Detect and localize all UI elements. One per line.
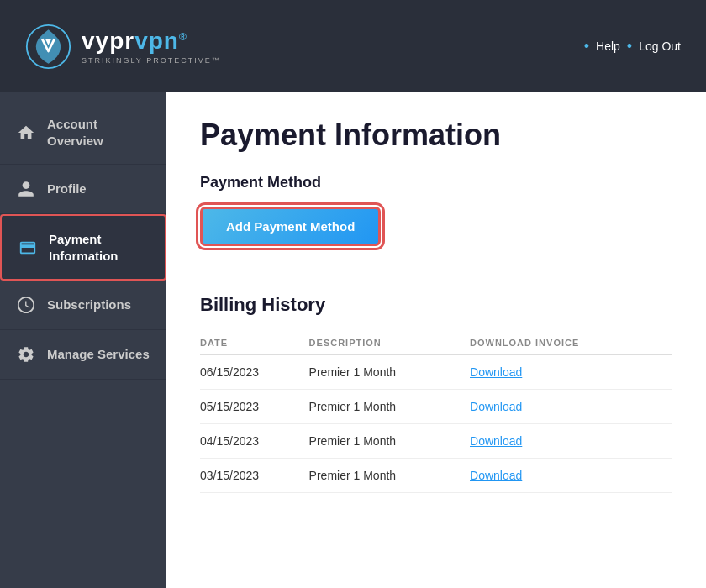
col-header-description: DESCRIPTION bbox=[309, 331, 470, 355]
logo-text: vyprvpn® bbox=[82, 28, 221, 55]
download-link[interactable]: Download bbox=[470, 365, 522, 379]
main-layout: Account Overview Profile Payment Informa… bbox=[0, 92, 706, 588]
billing-history-title: Billing History bbox=[200, 294, 672, 316]
logo-vpn: vpn bbox=[134, 28, 179, 54]
sidebar-label-payment-information: Payment Information bbox=[49, 231, 148, 264]
billing-date: 05/15/2023 bbox=[200, 390, 309, 424]
sidebar: Account Overview Profile Payment Informa… bbox=[0, 92, 166, 588]
billing-description: Premier 1 Month bbox=[309, 390, 470, 424]
page-title: Payment Information bbox=[200, 118, 672, 153]
logo-text-area: vyprvpn® STRIKINGLY PROTECTIVE™ bbox=[82, 28, 221, 65]
sidebar-item-account-overview[interactable]: Account Overview bbox=[0, 101, 166, 165]
billing-table-header: DATE DESCRIPTION DOWNLOAD INVOICE bbox=[200, 331, 672, 355]
col-header-date: DATE bbox=[200, 331, 309, 355]
billing-date: 03/15/2023 bbox=[200, 459, 309, 493]
billing-date: 06/15/2023 bbox=[200, 355, 309, 390]
header-nav: • Help • Log Out bbox=[584, 38, 681, 55]
nav-dot-1: • bbox=[584, 38, 589, 55]
download-link[interactable]: Download bbox=[470, 434, 522, 448]
profile-icon bbox=[17, 180, 35, 198]
sidebar-label-subscriptions: Subscriptions bbox=[47, 297, 131, 313]
divider bbox=[200, 270, 672, 270]
billing-table-row: 06/15/2023Premier 1 MonthDownload bbox=[200, 355, 672, 390]
sidebar-label-profile: Profile bbox=[47, 181, 87, 197]
sidebar-label-manage-services: Manage Services bbox=[47, 346, 150, 363]
billing-table-row: 05/15/2023Premier 1 MonthDownload bbox=[200, 390, 672, 424]
help-link[interactable]: Help bbox=[596, 39, 620, 53]
logo-area: vyprvpn® STRIKINGLY PROTECTIVE™ bbox=[25, 24, 221, 70]
billing-download-cell: Download bbox=[470, 355, 672, 390]
billing-description: Premier 1 Month bbox=[309, 459, 470, 493]
billing-download-cell: Download bbox=[470, 390, 672, 424]
billing-table: DATE DESCRIPTION DOWNLOAD INVOICE 06/15/… bbox=[200, 331, 672, 493]
manage-services-icon bbox=[17, 345, 35, 364]
payment-method-title: Payment Method bbox=[200, 174, 672, 192]
billing-date: 04/15/2023 bbox=[200, 424, 309, 459]
sidebar-item-manage-services[interactable]: Manage Services bbox=[0, 330, 166, 380]
col-header-download: DOWNLOAD INVOICE bbox=[470, 331, 672, 355]
download-link[interactable]: Download bbox=[470, 469, 522, 482]
nav-dot-2: • bbox=[627, 38, 632, 55]
logo-registered: ® bbox=[179, 31, 187, 43]
billing-description: Premier 1 Month bbox=[309, 355, 470, 390]
header: vyprvpn® STRIKINGLY PROTECTIVE™ • Help •… bbox=[0, 0, 706, 92]
payment-icon bbox=[18, 239, 37, 257]
logo-tagline: STRIKINGLY PROTECTIVE™ bbox=[82, 56, 221, 65]
vyprvpn-logo-icon bbox=[25, 24, 71, 70]
billing-table-row: 04/15/2023Premier 1 MonthDownload bbox=[200, 424, 672, 459]
billing-table-row: 03/15/2023Premier 1 MonthDownload bbox=[200, 459, 672, 493]
billing-download-cell: Download bbox=[470, 424, 672, 459]
sidebar-item-payment-information[interactable]: Payment Information bbox=[0, 214, 166, 281]
sidebar-item-subscriptions[interactable]: Subscriptions bbox=[0, 281, 166, 330]
billing-download-cell: Download bbox=[470, 459, 672, 493]
logout-link[interactable]: Log Out bbox=[639, 39, 681, 53]
sidebar-item-profile[interactable]: Profile bbox=[0, 165, 166, 214]
sidebar-label-account-overview: Account Overview bbox=[47, 116, 150, 149]
home-icon bbox=[17, 123, 35, 142]
download-link[interactable]: Download bbox=[470, 400, 522, 413]
billing-table-body: 06/15/2023Premier 1 MonthDownload05/15/2… bbox=[200, 355, 672, 493]
add-payment-method-button[interactable]: Add Payment Method bbox=[200, 207, 381, 246]
subscriptions-icon bbox=[17, 296, 35, 314]
logo-vypr: vypr bbox=[82, 28, 134, 54]
billing-description: Premier 1 Month bbox=[309, 424, 470, 459]
content-area: Payment Information Payment Method Add P… bbox=[166, 92, 706, 588]
